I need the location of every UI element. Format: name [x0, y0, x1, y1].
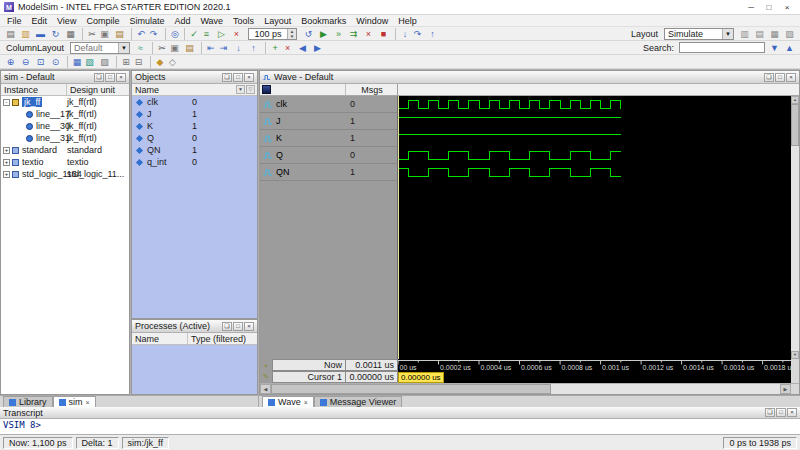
next-cursor-icon[interactable]: ▶ [310, 42, 325, 54]
cursor-label[interactable]: Cursor 1 [272, 371, 346, 383]
expander-icon[interactable]: + [3, 147, 12, 154]
pan-mode-icon[interactable]: ▨ [97, 56, 112, 68]
transcript-body[interactable]: VSIM 8> [0, 419, 800, 434]
panel-dock-icon[interactable]: ❏ [765, 408, 775, 417]
cursor-track[interactable]: 0.00000 us [398, 371, 791, 383]
panel-close-icon[interactable]: × [787, 408, 797, 417]
columnlayout-combo[interactable]: Default ▼ [70, 42, 130, 54]
tree-row[interactable]: - jk_ff jk_ff(rtl) [1, 96, 129, 108]
delete-cursor-icon[interactable]: × [280, 42, 295, 54]
wave-signal-row[interactable]: clk 0 [260, 96, 397, 113]
wave-vertical-scrollbar[interactable]: ▲ ▼ [791, 96, 799, 359]
bookmark-add-icon[interactable]: ◆ [150, 56, 165, 68]
select-mode-icon[interactable]: ▦ [67, 56, 82, 68]
object-row[interactable]: clk 0 [132, 96, 257, 108]
sim-panel-header[interactable]: sim - Default ❏ □ × [1, 71, 129, 84]
panel-maximize-icon[interactable]: □ [776, 408, 786, 417]
tab-wave[interactable]: Wave × [262, 396, 314, 407]
tree-row[interactable]: + standard standard [1, 144, 129, 156]
menu-help[interactable]: Help [393, 16, 422, 26]
cut-icon[interactable]: ✂ [152, 42, 167, 54]
print-icon[interactable]: ▦ [63, 28, 78, 40]
tab-message-viewer[interactable]: Message Viewer × [314, 396, 402, 407]
undo-icon[interactable]: ↶ [131, 28, 146, 40]
msgs-column-header[interactable]: Msgs [346, 85, 398, 95]
expander-icon[interactable]: + [3, 171, 12, 178]
open-file-icon[interactable]: ▥ [18, 28, 33, 40]
object-row[interactable]: q_int 0 [132, 156, 257, 168]
redo-icon[interactable]: ↷ [146, 28, 161, 40]
tree-row[interactable]: line__31 jk_ff(rtl) [1, 132, 129, 144]
compile-all-icon[interactable]: ≡ [199, 28, 214, 40]
panel-close-icon[interactable]: × [244, 322, 254, 331]
column-name[interactable]: Name [132, 333, 188, 344]
scroll-down-icon[interactable]: ▼ [791, 351, 799, 359]
bookmark-delete-icon[interactable]: ◇ [165, 56, 180, 68]
copy-icon[interactable]: ▣ [167, 42, 182, 54]
panel-dock-icon[interactable]: ❏ [94, 73, 104, 82]
run-icon[interactable]: ▶ [316, 28, 331, 40]
step-into-icon[interactable]: ↓ [395, 28, 410, 40]
collapse-all-icon[interactable]: ⊟ [131, 56, 146, 68]
panel-maximize-icon[interactable]: □ [775, 73, 785, 82]
run-length-spinner[interactable]: ▴▾ [287, 29, 296, 39]
panel-maximize-icon[interactable]: □ [233, 322, 243, 331]
menu-layout[interactable]: Layout [259, 16, 296, 26]
chevron-down-icon[interactable]: ▼ [118, 43, 129, 53]
cursor-edit-icon[interactable]: ✎ [260, 371, 272, 383]
reload-icon[interactable]: ↻ [48, 28, 63, 40]
new-file-icon[interactable]: ▤ [3, 28, 18, 40]
expander-icon[interactable]: - [3, 99, 12, 106]
scrollbar-track[interactable] [271, 384, 780, 394]
tree-row[interactable]: line__30 jk_ff(rtl) [1, 120, 129, 132]
menu-tools[interactable]: Tools [228, 16, 259, 26]
compile-icon[interactable]: ✓ [184, 28, 199, 40]
undock-toolbar-icon[interactable]: ▥ [737, 28, 752, 40]
column-name[interactable]: Name [132, 84, 236, 95]
transcript-header[interactable]: Transcript ❏ □ × [0, 407, 800, 419]
close-button[interactable]: × [778, 3, 796, 12]
menu-view[interactable]: View [52, 16, 81, 26]
wave-signal-row[interactable]: K 1 [260, 130, 397, 147]
tab-library[interactable]: Library × [3, 396, 53, 407]
zoom-full-icon[interactable]: ⊡ [33, 56, 48, 68]
scroll-left-icon[interactable]: ◀ [260, 384, 271, 394]
panel-dock-icon[interactable]: ❏ [764, 73, 774, 82]
continue-run-icon[interactable]: » [331, 28, 346, 40]
add-to-wave-icon[interactable]: ≈ [133, 42, 148, 54]
wave-group-icon[interactable] [262, 85, 271, 94]
maximize-button[interactable]: □ [760, 3, 778, 12]
toolbar-options-icon[interactable]: ▦ [767, 28, 782, 40]
run-all-icon[interactable]: ⇉ [346, 28, 361, 40]
object-row[interactable]: QN 1 [132, 144, 257, 156]
menu-wave[interactable]: Wave [195, 16, 228, 26]
panel-dock-icon[interactable]: ❏ [222, 322, 232, 331]
previous-falling-edge-icon[interactable]: ↓ [231, 42, 246, 54]
tree-row[interactable]: + textio textio [1, 156, 129, 168]
panel-maximize-icon[interactable]: □ [105, 73, 115, 82]
menu-edit[interactable]: Edit [27, 16, 53, 26]
simulate-icon[interactable]: ▷ [214, 28, 229, 40]
wave-horizontal-scrollbar[interactable]: ◀ ▶ [260, 383, 799, 394]
find-icon[interactable]: ◎ [165, 28, 180, 40]
toolbar-overflow-icon[interactable]: ▧ [782, 28, 797, 40]
chevron-down-icon[interactable]: ▼ [722, 29, 733, 39]
expand-toolbar-icon[interactable]: ▤ [752, 28, 767, 40]
panel-close-icon[interactable]: × [244, 73, 254, 82]
object-row[interactable]: Q 0 [132, 132, 257, 144]
tab-close-icon[interactable]: × [86, 399, 90, 406]
filter-options-icon[interactable]: ▽ [246, 85, 255, 94]
object-row[interactable]: J 1 [132, 108, 257, 120]
search-input[interactable] [679, 42, 765, 53]
waveform-area[interactable] [398, 96, 793, 359]
wave-signal-row[interactable]: QN 1 [260, 164, 397, 181]
restart-icon[interactable]: ↺ [301, 28, 316, 40]
column-design-unit[interactable]: Design unit [67, 84, 129, 95]
expander-icon[interactable]: + [3, 159, 12, 166]
stop-icon[interactable]: ■ [376, 28, 391, 40]
panel-close-icon[interactable]: × [786, 73, 796, 82]
previous-cursor-icon[interactable]: ◀ [295, 42, 310, 54]
expand-all-icon[interactable]: ⊞ [116, 56, 131, 68]
add-cursor-icon[interactable]: + [265, 42, 280, 54]
wave-panel-header[interactable]: Wave - Default ❏ □ × [260, 71, 799, 84]
